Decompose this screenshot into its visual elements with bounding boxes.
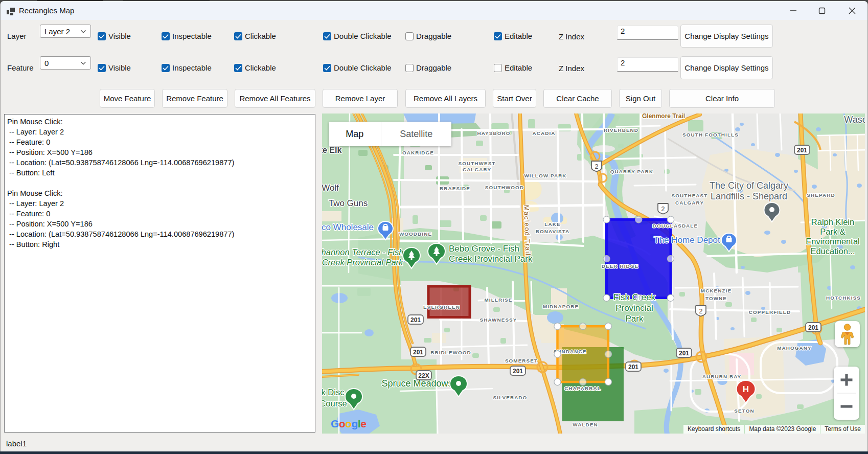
svg-text:201: 201 bbox=[679, 350, 689, 357]
svg-text:AUBURN BAY: AUBURN BAY bbox=[702, 374, 741, 379]
svg-text:The Home Depot: The Home Depot bbox=[654, 235, 720, 245]
svg-text:Creek Provincial Park: Creek Provincial Park bbox=[322, 258, 403, 267]
svg-text:hannon Terrace - Fish: hannon Terrace - Fish bbox=[322, 247, 403, 257]
svg-text:SOMERSET: SOMERSET bbox=[505, 358, 538, 364]
svg-text:22X: 22X bbox=[418, 372, 429, 379]
svg-text:Wase: Wase bbox=[844, 115, 865, 125]
svg-text:SOUTH FOOTHILLS: SOUTH FOOTHILLS bbox=[682, 132, 739, 138]
svg-text:Creek Provincial Park: Creek Provincial Park bbox=[449, 254, 533, 264]
svg-text:HOTCHKISS: HOTCHKISS bbox=[826, 295, 861, 301]
svg-text:Provincial: Provincial bbox=[615, 303, 653, 313]
svg-text:RIVERBEND: RIVERBEND bbox=[604, 127, 638, 133]
svg-text:The City of Calgary: The City of Calgary bbox=[710, 180, 788, 191]
svg-text:ACADIA: ACADIA bbox=[532, 130, 555, 136]
svg-text:WALDEN: WALDEN bbox=[573, 422, 598, 427]
svg-text:MILLRISE: MILLRISE bbox=[485, 297, 513, 303]
svg-text:OAKRIDGE: OAKRIDGE bbox=[402, 150, 434, 155]
svg-text:te Elk: te Elk bbox=[322, 146, 341, 154]
svg-text:SETON: SETON bbox=[734, 408, 754, 414]
svg-text:SILVERADO: SILVERADO bbox=[493, 395, 528, 400]
svg-text:MCKENZIE: MCKENZIE bbox=[701, 288, 732, 293]
svg-text:Two Guns: Two Guns bbox=[329, 198, 368, 208]
svg-text:MIDNAPORE: MIDNAPORE bbox=[543, 304, 579, 309]
svg-text:201: 201 bbox=[797, 147, 807, 154]
svg-text:CHAPARRAL: CHAPARRAL bbox=[564, 385, 601, 391]
svg-text:CALGARY: CALGARY bbox=[675, 200, 704, 206]
svg-text:QUARRY PARK: QUARRY PARK bbox=[610, 169, 653, 174]
svg-text:Park &: Park & bbox=[820, 227, 846, 236]
svg-text:201: 201 bbox=[513, 368, 523, 375]
svg-text:EVERGREEN: EVERGREEN bbox=[423, 304, 460, 310]
svg-text:TOWNE: TOWNE bbox=[705, 296, 727, 301]
svg-text:201: 201 bbox=[410, 316, 421, 324]
svg-text:201: 201 bbox=[628, 364, 638, 371]
svg-text:Bebo Grove - Fish: Bebo Grove - Fish bbox=[449, 244, 519, 254]
svg-text:HAYSBORO: HAYSBORO bbox=[477, 130, 511, 136]
svg-text:Environmental: Environmental bbox=[806, 237, 859, 246]
svg-text:201: 201 bbox=[808, 324, 818, 331]
svg-text:201: 201 bbox=[413, 349, 423, 356]
svg-text:SOUTHWEST: SOUTHWEST bbox=[459, 161, 496, 166]
svg-text:WOODBINE: WOODBINE bbox=[399, 231, 432, 237]
svg-text:Wolf: Wolf bbox=[322, 183, 339, 193]
svg-text:Glenmore Trail: Glenmore Trail bbox=[642, 114, 685, 120]
svg-text:DOUGLASDALE: DOUGLASDALE bbox=[653, 223, 698, 229]
svg-text:Ralph Klein: Ralph Klein bbox=[811, 217, 854, 226]
svg-text:DEER RIDGE: DEER RIDGE bbox=[602, 263, 638, 269]
svg-text:2: 2 bbox=[595, 163, 599, 170]
svg-text:BRIDLEWOOD: BRIDLEWOOD bbox=[430, 350, 471, 355]
svg-text:CALGARY: CALGARY bbox=[463, 167, 491, 172]
svg-text:BONAVISTA: BONAVISTA bbox=[536, 229, 570, 234]
svg-text:SHEPARD: SHEPARD bbox=[807, 192, 835, 198]
svg-text:Park: Park bbox=[626, 314, 644, 324]
svg-text:BRAESIDE: BRAESIDE bbox=[440, 186, 470, 191]
svg-text:H: H bbox=[743, 384, 749, 394]
svg-text:Education...: Education... bbox=[810, 246, 855, 256]
svg-text:k Disc: k Disc bbox=[322, 388, 344, 397]
svg-text:WILLOW PARK: WILLOW PARK bbox=[524, 173, 566, 178]
svg-text:MAHOGANY: MAHOGANY bbox=[777, 345, 812, 351]
svg-text:Landfills - Shepard: Landfills - Shepard bbox=[711, 191, 787, 201]
svg-text:2: 2 bbox=[699, 308, 703, 315]
svg-text:2: 2 bbox=[661, 206, 665, 213]
svg-text:co Wholesale: co Wholesale bbox=[322, 222, 374, 232]
svg-text:SHAWNESSY: SHAWNESSY bbox=[479, 317, 517, 323]
svg-text:COPPERFIELD: COPPERFIELD bbox=[749, 309, 791, 315]
svg-text:SOUTHEAST: SOUTHEAST bbox=[672, 193, 708, 198]
svg-text:Course: Course bbox=[322, 399, 347, 408]
svg-text:SOUTHWOOD: SOUTHWOOD bbox=[485, 185, 524, 190]
svg-text:LAKE: LAKE bbox=[544, 221, 560, 227]
svg-text:Fish Creek: Fish Creek bbox=[613, 292, 656, 302]
